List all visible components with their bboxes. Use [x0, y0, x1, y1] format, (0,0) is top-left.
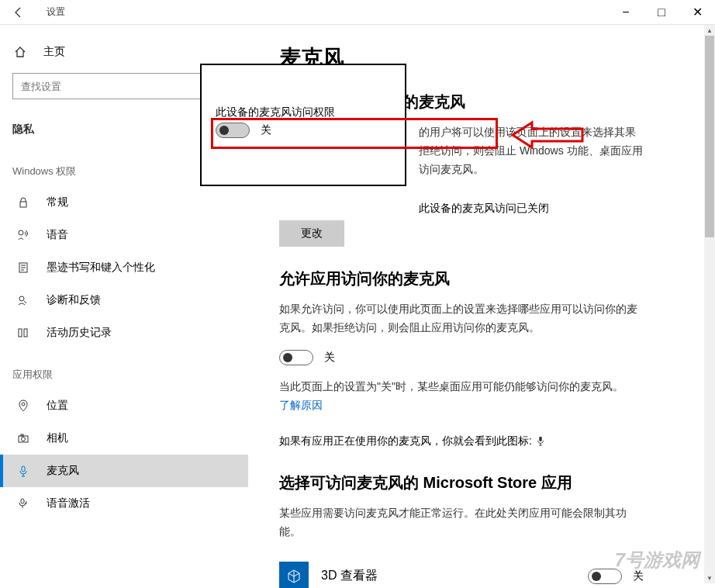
sidebar-item-feedback[interactable]: 诊断和反馈 — [0, 284, 248, 316]
svg-rect-5 — [19, 329, 22, 337]
lock-icon — [16, 196, 31, 209]
sidebar-item-microphone[interactable]: 麦克风 — [0, 455, 248, 487]
sidebar-item-location[interactable]: 位置 — [0, 389, 248, 422]
svg-point-2 — [19, 230, 23, 235]
section-title-store-apps: 选择可访问麦克风的 Microsoft Store 应用 — [279, 472, 684, 493]
close-icon: ✕ — [693, 5, 703, 19]
history-icon — [16, 327, 31, 339]
app-row-3dviewer: 3D 查看器 关 — [279, 552, 644, 588]
section-desc-app: 如果允许访问，你可以使用此页面上的设置来选择哪些应用可以访问你的麦克风。如果拒绝… — [279, 300, 644, 337]
sidebar-item-label: 相机 — [47, 431, 68, 445]
sidebar-item-label: 位置 — [47, 399, 68, 413]
app-toggle-3dviewer[interactable] — [588, 569, 622, 584]
titlebar: 设置 − □ ✕ — [0, 0, 715, 25]
overlay-toggle[interactable] — [216, 123, 250, 138]
back-icon — [12, 6, 25, 19]
svg-point-4 — [19, 296, 24, 301]
home-icon — [12, 46, 28, 58]
svg-point-9 — [22, 438, 26, 441]
sidebar-item-speech[interactable]: 语音 — [0, 219, 248, 251]
app-row-left: 3D 查看器 — [279, 562, 378, 588]
back-button[interactable] — [0, 0, 37, 25]
sidebar-item-label: 麦克风 — [47, 464, 79, 478]
feedback-icon — [16, 294, 31, 306]
svg-rect-12 — [21, 499, 24, 503]
app-name: 3D 查看器 — [321, 568, 378, 584]
app-access-toggle-row: 关 — [279, 350, 684, 365]
app-access-toggle[interactable] — [279, 350, 313, 365]
microphone-icon — [16, 465, 31, 477]
sidebar-item-label: 活动历史记录 — [47, 326, 112, 340]
window-title: 设置 — [47, 5, 65, 19]
svg-rect-13 — [539, 437, 542, 441]
overlay-toggle-label: 关 — [261, 123, 271, 137]
sidebar-item-general[interactable]: 常规 — [0, 186, 248, 219]
sidebar-item-label: 语音激活 — [47, 496, 90, 510]
speech-icon — [16, 229, 31, 241]
location-icon — [16, 399, 31, 412]
ink-icon — [16, 261, 31, 274]
change-button[interactable]: 更改 — [279, 220, 344, 247]
scroll-up-button[interactable]: ▲ — [704, 25, 715, 36]
section-title-app-access: 允许应用访问你的麦克风 — [279, 268, 684, 289]
scroll-down-button[interactable]: ▼ — [704, 572, 715, 583]
sidebar-item-history[interactable]: 活动历史记录 — [0, 316, 248, 349]
app-row-right: 关 — [588, 569, 644, 584]
svg-rect-1 — [20, 202, 26, 207]
sidebar-item-voiceactivation[interactable]: 语音激活 — [0, 487, 248, 520]
overlay-toggle-row: 关 — [216, 123, 271, 138]
sidebar-item-label: 语音 — [47, 228, 68, 242]
device-status-text: 此设备的麦克风访问已关闭 — [279, 202, 684, 216]
maximize-button[interactable]: □ — [644, 0, 679, 25]
app-toggle-label: 关 — [633, 569, 644, 583]
sidebar-item-label: 诊断和反馈 — [47, 293, 101, 307]
svg-point-7 — [22, 403, 25, 406]
window-controls: − □ ✕ — [608, 0, 715, 25]
sidebar-home-label: 主页 — [43, 45, 65, 59]
sidebar-group-apps: 应用权限 — [0, 349, 248, 389]
learn-why-link[interactable]: 了解原因 — [279, 399, 323, 411]
app-access-toggle-label: 关 — [324, 351, 335, 365]
app-access-note: 当此页面上的设置为"关"时，某些桌面应用可能仍能够访问你的麦克风。 — [279, 378, 644, 396]
minimize-button[interactable]: − — [608, 0, 644, 25]
svg-rect-6 — [24, 329, 27, 337]
mic-usage-text: 如果有应用正在使用你的麦克风，你就会看到此图标: — [279, 431, 532, 451]
overlay-subtitle: 此设备的麦克风访问权限 — [216, 105, 335, 119]
sidebar-home[interactable]: 主页 — [0, 37, 248, 67]
camera-icon — [16, 432, 31, 444]
sidebar-item-label: 常规 — [47, 195, 68, 209]
sidebar-item-label: 墨迹书写和键入个性化 — [47, 261, 155, 275]
mic-indicator-icon — [535, 435, 546, 446]
svg-rect-11 — [22, 466, 25, 472]
minimize-icon: − — [622, 5, 629, 19]
device-access-overlay: 此设备的麦克风访问权限 关 — [200, 64, 406, 186]
voice-icon — [16, 497, 31, 510]
app-tile-icon — [279, 562, 309, 588]
scrollbar-thumb[interactable] — [705, 36, 714, 237]
section-desc-store: 某些应用需要访问麦克风才能正常运行。在此处关闭应用可能会限制其功能。 — [279, 504, 644, 541]
scrollbar-track[interactable]: ▲ ▼ — [704, 25, 715, 583]
titlebar-left: 设置 — [0, 0, 65, 25]
svg-rect-10 — [21, 434, 23, 436]
mic-usage-line: 如果有应用正在使用你的麦克风，你就会看到此图标: — [279, 431, 684, 451]
close-button[interactable]: ✕ — [679, 0, 715, 25]
sidebar-item-camera[interactable]: 相机 — [0, 422, 248, 455]
sidebar-item-ink[interactable]: 墨迹书写和键入个性化 — [0, 251, 248, 284]
maximize-icon: □ — [658, 5, 665, 19]
